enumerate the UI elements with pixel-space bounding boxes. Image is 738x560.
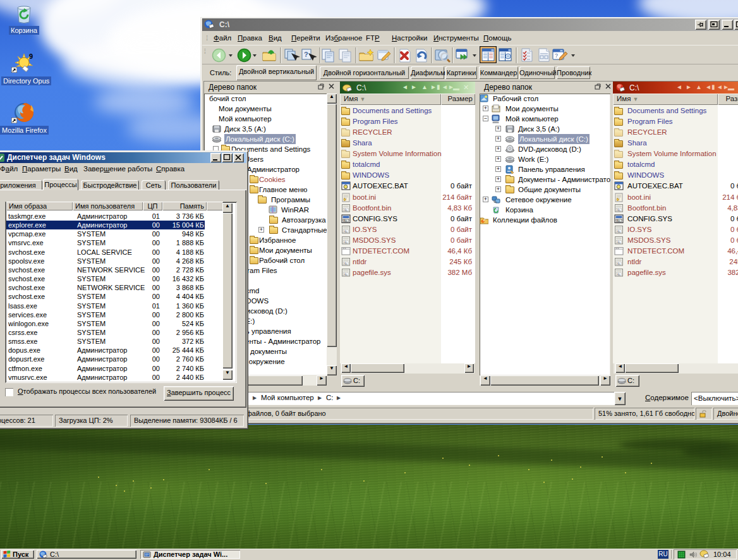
svg-text:4o: 4o [617, 241, 621, 244]
svg-text:4o: 4o [344, 241, 348, 244]
svg-text:4o: 4o [617, 230, 621, 233]
svg-text:?: ? [555, 52, 558, 59]
svg-text:4o: 4o [344, 209, 348, 212]
svg-text:4o: 4o [617, 219, 620, 222]
svg-text:4o: 4o [344, 273, 348, 276]
svg-text:4o: 4o [617, 262, 621, 265]
svg-text:?: ? [304, 51, 308, 58]
svg-text:4o: 4o [344, 219, 348, 222]
svg-text:4o: 4o [344, 230, 348, 233]
svg-text:4o: 4o [344, 262, 348, 265]
svg-text:4o: 4o [617, 209, 621, 212]
svg-text:4o: 4o [617, 273, 621, 276]
svg-text:9: 9 [29, 53, 33, 60]
